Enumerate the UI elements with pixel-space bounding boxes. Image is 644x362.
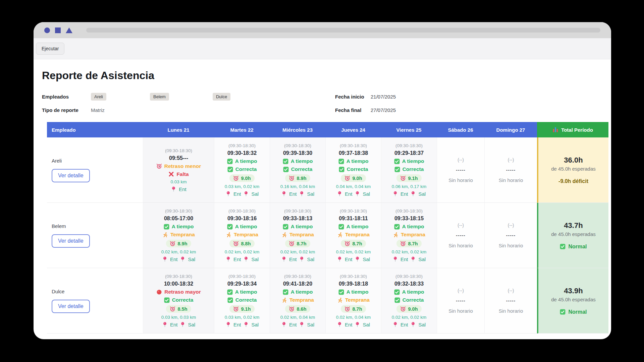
distance-values: 0.03 km, 0.03 km [161,315,196,320]
total-hours: 43.9h [564,287,583,295]
distance-values: 0.02 km, 0.04 km [336,315,371,320]
scheduled-range: (09:30-18:30) [340,274,367,279]
empleado-tag[interactable]: Areli [91,93,106,101]
distance-values: 0.02 km, 0.02 km [392,315,427,320]
pin-label: Ent [233,322,241,327]
check-icon [394,167,400,172]
employee-cell: Belem Ver detalle [47,203,143,268]
empty-range: (--) [458,288,464,293]
empleados-tags: AreliBelemDulce [91,93,274,101]
status-label: Correcta [164,297,194,303]
hours-badge: 8.7h [285,240,310,247]
deficit-note: -9.0h déficit [558,178,588,184]
total-hours: 43.7h [564,221,583,230]
pin-label: Sal [307,256,314,262]
distance-values: 0.03 km, 0.02 km [225,184,260,189]
geo-pins: EntSal [162,322,195,327]
status-label: Correcta [394,297,424,303]
sin-horario-label: Sin horario [448,243,473,248]
hours-badge: 8.5h [166,305,191,313]
pin-icon [281,191,287,197]
geo-pins: EntSal [337,191,370,197]
status-label: Falta [168,171,189,177]
square-icon [55,27,61,33]
column-header: Total Período [537,122,608,137]
pin-label: Sal [418,256,426,262]
status-label: A tiempo [227,224,257,230]
empty-dashes: ----- [506,233,516,238]
fecha-inicio-group: Fecha inicio 21/07/2025 [335,94,396,100]
tipo-reporte-value[interactable]: Matriz [91,107,105,113]
pin-icon [225,322,231,327]
day-cell-no-schedule: (--) ----- Sin horario [437,268,484,334]
column-header: Viernes 25 [381,122,437,137]
distance-values: 0.02 km, 0.02 km [280,249,315,254]
check-icon [227,159,233,164]
column-header-label: Martes 22 [230,127,253,133]
check-icon [338,159,344,164]
scheduled-range: (09:30-18:30) [165,148,192,153]
worked-time: 09:29-18:34 [227,281,257,287]
fecha-inicio-value[interactable]: 21/07/2025 [371,94,396,100]
fecha-final-value[interactable]: 27/07/2025 [371,107,396,113]
alarm-icon [344,241,350,246]
worked-time: 10:00-18:32 [164,281,193,287]
ver-detalle-button[interactable]: Ver detalle [52,300,90,313]
worked-time: 09:33-18:15 [394,216,424,222]
ver-detalle-button[interactable]: Ver detalle [52,169,90,182]
distance-values: 0.03 km, 0.02 km [225,315,260,320]
pin-icon [299,191,305,197]
pin-icon [180,322,185,327]
fecha-final-group: Fecha final 27/07/2025 [335,107,396,113]
status-label: A tiempo [338,224,369,230]
empty-dashes: ----- [456,167,465,173]
empty-range: (--) [508,157,514,163]
check-icon [283,289,288,295]
red-circle-icon [156,289,162,295]
pin-icon [337,322,342,327]
scheduled-range: (09:30-18:30) [340,208,367,214]
ejecutar-button[interactable]: Ejecutar [36,43,64,55]
employee-name: Belem [52,223,66,229]
column-header-label: Sábado 26 [448,127,473,133]
scheduled-range: (09:30-18:30) [395,143,423,148]
day-cell: (09:30-18:30) 09:30-18:32A tiempoCorrect… [214,137,270,203]
check-icon [283,159,288,164]
tipo-reporte-label: Tipo de reporte [42,107,91,113]
column-header-label: Jueves 24 [341,127,365,133]
distance-values: 0.02 km, 0.04 km [280,315,315,320]
day-cell: (09:30-18:30) 09:55---Retraso menorFalta… [143,137,214,203]
pin-icon [355,322,360,327]
hours-badge: 9.0h [396,305,421,313]
status-label: A tiempo [283,158,313,164]
sin-horario-label: Sin horario [499,308,523,314]
pin-label: Ent [345,256,353,262]
x-mark-icon [168,171,174,177]
column-header-label: Domingo 27 [496,127,525,133]
empty-range: (--) [458,157,464,163]
hours-badge: 8.7h [341,305,366,313]
status-label: A tiempo [394,289,424,295]
scheduled-range: (09:30-18:30) [395,274,423,279]
empty-range: (--) [508,223,514,228]
employee-name: Areli [52,158,62,164]
browser-window: Ejecutar Reporte de Asistencia Empleados… [34,22,611,339]
check-icon [394,297,400,303]
worked-time: 09:31-18:11 [339,216,368,222]
ver-detalle-button[interactable]: Ver detalle [52,234,90,248]
geo-pins: EntSal [225,256,259,262]
column-header: Jueves 24 [325,122,381,137]
employee-cell: Areli Ver detalle [47,137,143,203]
day-cell: (09:30-18:30) 09:41-18:20A tiempoTempran… [270,268,325,334]
column-header: Domingo 27 [484,122,537,137]
empleados-filter-row: Empleados AreliBelemDulce Fecha inicio 2… [42,90,611,103]
empleado-tag[interactable]: Dulce [213,93,230,101]
day-cell-no-schedule: (--) ----- Sin horario [437,203,484,268]
alarm-icon [170,241,175,246]
column-header: Lunes 21 [143,122,214,137]
pin-label: Ent [179,186,186,192]
url-bar[interactable] [86,28,600,33]
empleado-tag[interactable]: Belem [150,93,169,101]
check-icon [394,159,400,164]
column-header-label: Lunes 21 [167,127,189,133]
